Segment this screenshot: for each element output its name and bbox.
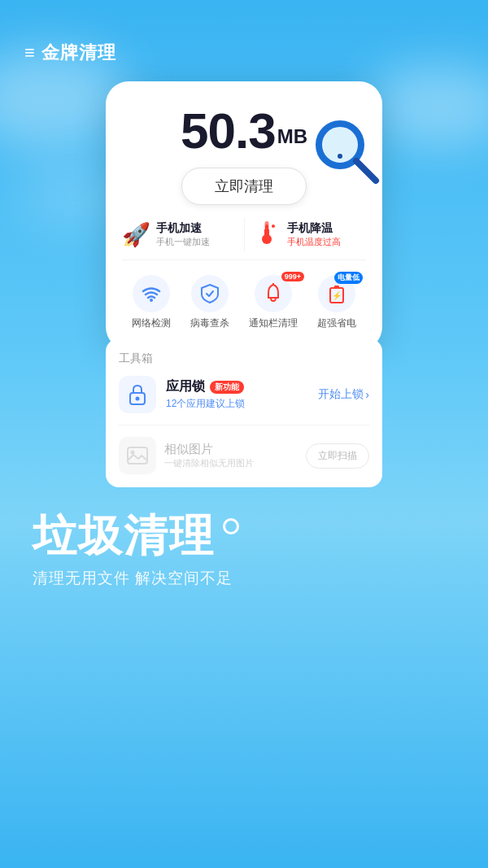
svg-point-15 — [136, 397, 140, 401]
clean-button[interactable]: 立即清理 — [181, 168, 307, 205]
cooling-sub: 手机温度过高 — [287, 236, 341, 248]
battery-saver-item[interactable]: ⚡ 电量低 超强省电 — [317, 275, 356, 330]
app-lock-label: 应用锁 — [166, 378, 205, 395]
notification-badge: 999+ — [281, 272, 304, 281]
notification-label: 通知栏清理 — [249, 316, 298, 330]
virus-check-item[interactable]: 病毒查杀 — [190, 275, 229, 330]
feature-top-row: 🚀 手机加速 手机一键加速 手机降温 手机温度过高 — [122, 213, 366, 260]
thermometer-icon — [253, 218, 281, 251]
similar-text: 相似图片 一键清除相似无用图片 — [164, 442, 298, 469]
menu-icon[interactable]: ≡ — [24, 42, 35, 63]
battery-badge: 电量低 — [334, 272, 363, 284]
wifi-icon — [133, 275, 170, 312]
shield-icon — [191, 275, 229, 312]
toolbox-title: 工具箱 — [119, 351, 369, 366]
svg-point-2 — [338, 154, 342, 159]
accelerate-name: 手机加速 — [156, 221, 210, 236]
accelerate-sub: 手机一键加速 — [156, 236, 210, 248]
rocket-icon: 🚀 — [122, 221, 150, 248]
similar-name: 相似图片 — [164, 442, 298, 457]
cooling-text: 手机降温 手机温度过高 — [287, 221, 341, 248]
similar-sub: 一键清除相似无用图片 — [164, 457, 298, 469]
main-card: 50.3MB 立即清理 🚀 手机加速 手机一键加速 — [106, 81, 382, 350]
magnifier-icon — [309, 114, 382, 187]
mb-display: 50.3MB 立即清理 — [122, 106, 366, 205]
feature-cooling[interactable]: 手机降温 手机温度过高 — [245, 218, 367, 251]
svg-rect-16 — [128, 447, 147, 464]
svg-point-9 — [150, 299, 153, 302]
virus-label: 病毒查杀 — [190, 316, 229, 330]
cooling-name: 手机降温 — [287, 221, 341, 236]
app-title: 金牌清理 — [41, 41, 116, 65]
network-check-item[interactable]: 网络检测 — [132, 275, 171, 330]
mb-value: 50.3 — [181, 103, 276, 159]
hero-title: 垃圾清理 — [33, 512, 455, 560]
hero-section: 垃圾清理 清理无用文件 解决空间不足 — [0, 487, 488, 589]
network-label: 网络检测 — [132, 316, 171, 330]
battery-label: 超强省电 — [317, 316, 356, 330]
image-icon — [119, 437, 156, 474]
svg-point-8 — [272, 225, 275, 228]
scan-button[interactable]: 立即扫描 — [306, 443, 369, 469]
start-lock-button[interactable]: 开始上锁 › — [318, 387, 369, 402]
toolbox-section: 工具箱 应用锁 新功能 12个应用建议上锁 开始上锁 › — [106, 338, 382, 487]
start-lock-label: 开始上锁 — [318, 387, 364, 402]
svg-point-17 — [131, 451, 135, 455]
feature-accelerate[interactable]: 🚀 手机加速 手机一键加速 — [122, 218, 245, 251]
new-feature-badge: 新功能 — [210, 381, 244, 394]
accelerate-text: 手机加速 手机一键加速 — [156, 221, 210, 248]
svg-rect-7 — [265, 225, 268, 239]
app-header: ≡ 金牌清理 — [0, 0, 488, 73]
app-lock-sub: 12个应用建议上锁 — [166, 397, 308, 411]
hero-subtitle: 清理无用文件 解决空间不足 — [33, 568, 455, 589]
notification-clean-item[interactable]: 999+ 通知栏清理 — [249, 275, 298, 330]
app-lock-text: 应用锁 新功能 12个应用建议上锁 — [166, 378, 308, 411]
app-lock-name: 应用锁 新功能 — [166, 378, 308, 395]
hero-circle-decoration — [223, 518, 239, 534]
hero-title-text: 垃圾清理 — [33, 512, 215, 560]
icons-row: 网络检测 病毒查杀 999+ 通知栏清理 — [122, 268, 366, 334]
svg-line-1 — [356, 161, 376, 181]
mb-unit: MB — [277, 125, 307, 147]
similar-images-item[interactable]: 相似图片 一键清除相似无用图片 立即扫描 — [119, 425, 369, 474]
svg-text:⚡: ⚡ — [332, 290, 342, 301]
chevron-right-icon: › — [365, 388, 369, 401]
svg-rect-12 — [334, 286, 339, 288]
lock-icon — [119, 376, 156, 413]
app-lock-item[interactable]: 应用锁 新功能 12个应用建议上锁 开始上锁 › — [119, 376, 369, 413]
